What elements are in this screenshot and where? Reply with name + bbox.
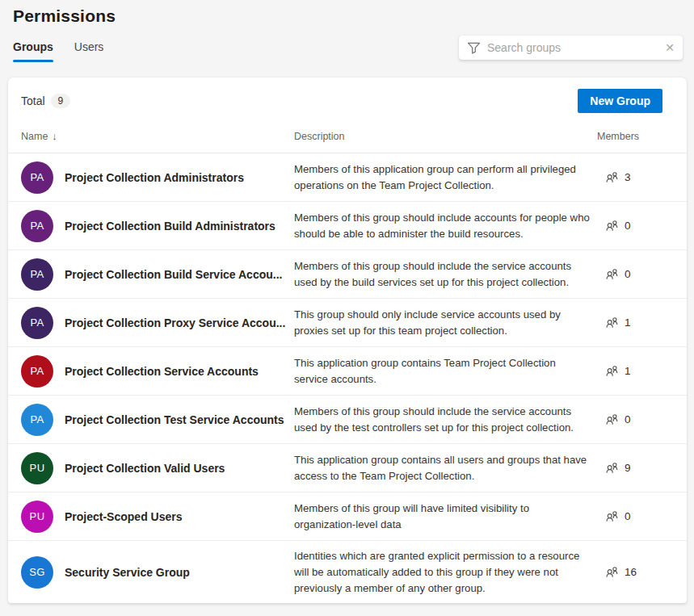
card-toolbar: Total 9 New Group	[8, 78, 687, 119]
table-row[interactable]: PU Project Collection Valid Users This a…	[8, 444, 687, 492]
member-count: 0	[625, 510, 631, 522]
groups-list: PA Project Collection Administrators Mem…	[8, 153, 687, 603]
new-group-button[interactable]: New Group	[578, 89, 662, 113]
column-header-name[interactable]: Name ↓	[8, 130, 294, 142]
group-name-cell: PA Project Collection Build Administrato…	[8, 210, 294, 242]
group-name: Project Collection Build Service Accou..…	[65, 268, 282, 281]
group-description: Members of this group should include the…	[294, 258, 597, 291]
column-header-description: Description	[294, 131, 597, 142]
members-cell: 3	[597, 171, 687, 183]
permissions-page: Permissions Groups Users ✕ Total 9 New G…	[0, 0, 694, 616]
table-row[interactable]: SG Security Service Group Identities whi…	[8, 541, 687, 603]
member-count: 0	[625, 413, 631, 425]
total-badge: 9	[51, 94, 71, 108]
group-name-cell: PA Project Collection Administrators	[8, 161, 294, 194]
group-name: Project Collection Service Accounts	[65, 365, 259, 378]
people-icon	[605, 220, 619, 232]
avatar: PU	[21, 501, 53, 533]
group-name: Project Collection Build Administrators	[65, 220, 275, 233]
table-row[interactable]: PA Project Collection Proxy Service Acco…	[8, 299, 687, 347]
people-icon	[605, 510, 619, 522]
table-row[interactable]: PU Project-Scoped Users Members of this …	[8, 492, 687, 541]
member-count: 3	[625, 171, 631, 183]
group-name-cell: PA Project Collection Test Service Accou…	[8, 404, 294, 436]
group-name: Project Collection Valid Users	[65, 462, 225, 475]
table-row[interactable]: PA Project Collection Administrators Mem…	[8, 153, 687, 202]
total-count: Total 9	[21, 94, 70, 108]
group-name: Project-Scoped Users	[65, 510, 183, 523]
avatar: PA	[21, 355, 53, 388]
members-cell: 0	[597, 510, 687, 522]
table-row[interactable]: PA Project Collection Build Administrato…	[8, 202, 687, 250]
avatar: PA	[21, 258, 53, 291]
group-description: This application group contains Team Pro…	[294, 355, 597, 388]
group-name-cell: PA Project Collection Proxy Service Acco…	[8, 307, 294, 339]
people-icon	[605, 171, 619, 183]
people-icon	[605, 316, 619, 329]
members-cell: 0	[597, 413, 687, 425]
search-box[interactable]: ✕	[459, 36, 683, 60]
member-count: 16	[625, 566, 637, 578]
filter-funnel-icon	[467, 41, 481, 55]
people-icon	[605, 413, 619, 425]
member-count: 1	[625, 365, 631, 377]
members-cell: 16	[597, 566, 687, 578]
table-row[interactable]: PA Project Collection Build Service Acco…	[8, 250, 687, 299]
table-row[interactable]: PA Project Collection Service Accounts T…	[8, 347, 687, 396]
group-description: This group should only include service a…	[294, 307, 597, 339]
group-description: Members of this application group can pe…	[294, 161, 597, 194]
group-description: This application group contains all user…	[294, 452, 597, 484]
member-count: 1	[625, 316, 631, 329]
members-cell: 1	[597, 365, 687, 377]
avatar: SG	[21, 556, 53, 589]
group-name: Security Service Group	[65, 566, 190, 579]
group-name-cell: PU Project Collection Valid Users	[8, 452, 294, 484]
group-description: Members of this group should include acc…	[294, 210, 597, 242]
column-header-members: Members	[597, 131, 687, 142]
members-cell: 0	[597, 268, 687, 280]
group-name-cell: PA Project Collection Build Service Acco…	[8, 258, 294, 291]
group-name: Project Collection Administrators	[65, 171, 244, 184]
group-name-cell: SG Security Service Group	[8, 556, 294, 589]
avatar: PA	[21, 307, 53, 339]
tab-users[interactable]: Users	[74, 40, 104, 62]
avatar: PA	[21, 404, 53, 436]
members-cell: 0	[597, 220, 687, 232]
tab-bar: Groups Users	[13, 40, 103, 62]
group-name: Project Collection Proxy Service Accou..…	[65, 316, 285, 329]
group-description: Identities which are granted explicit pe…	[294, 548, 597, 597]
avatar: PA	[21, 210, 53, 242]
avatar: PU	[21, 452, 53, 484]
clear-search-icon[interactable]: ✕	[665, 42, 675, 53]
people-icon	[605, 462, 619, 474]
group-description: Members of this group should include the…	[294, 404, 597, 436]
total-label: Total	[21, 94, 45, 107]
table-row[interactable]: PA Project Collection Test Service Accou…	[8, 396, 687, 444]
tab-groups[interactable]: Groups	[13, 40, 53, 62]
member-count: 0	[625, 220, 631, 232]
members-cell: 1	[597, 316, 687, 329]
member-count: 9	[625, 462, 631, 474]
member-count: 0	[625, 268, 631, 280]
groups-card: Total 9 New Group Name ↓ Description Mem…	[8, 78, 687, 603]
table-header: Name ↓ Description Members	[8, 119, 687, 153]
sort-descending-icon: ↓	[52, 130, 57, 142]
page-title: Permissions	[13, 6, 116, 26]
people-icon	[605, 365, 619, 377]
group-name-cell: PA Project Collection Service Accounts	[8, 355, 294, 388]
people-icon	[605, 268, 619, 280]
search-input[interactable]	[487, 41, 658, 54]
people-icon	[605, 566, 619, 578]
avatar: PA	[21, 161, 53, 194]
members-cell: 9	[597, 462, 687, 474]
group-name: Project Collection Test Service Accounts	[65, 413, 284, 426]
group-name-cell: PU Project-Scoped Users	[8, 501, 294, 533]
group-description: Members of this group will have limited …	[294, 501, 597, 533]
